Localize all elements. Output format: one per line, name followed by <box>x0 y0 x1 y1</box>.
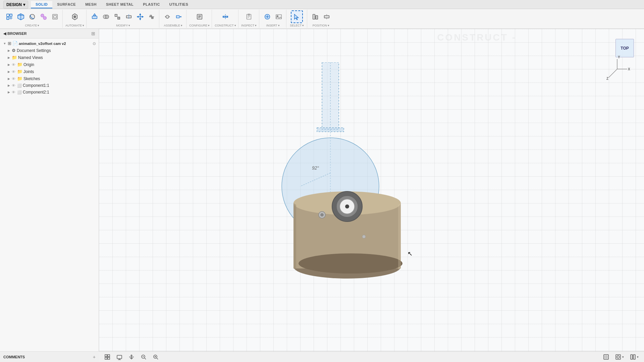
grid-snap-button[interactable] <box>102 353 112 361</box>
tree-item-document-settings[interactable]: ▶ ⚙ Document Settings <box>0 47 99 54</box>
svg-rect-12 <box>54 15 56 18</box>
move-button[interactable] <box>135 10 146 23</box>
top-toolbar: DESIGN ▾ SOLID SURFACE MESH SHEET METAL … <box>0 0 644 29</box>
view-cube[interactable]: TOP <box>615 39 634 57</box>
origin-label: Origin <box>23 62 96 67</box>
joint-button[interactable] <box>162 10 173 23</box>
origin-eye-icon[interactable]: 👁 <box>12 63 15 67</box>
svg-rect-0 <box>7 14 9 16</box>
component2-label: Component2:1 <box>23 90 96 95</box>
component2-eye-icon[interactable]: 👁 <box>12 90 15 94</box>
tab-solid[interactable]: SOLID <box>31 1 52 8</box>
create-label[interactable]: CREATE ▾ <box>25 24 40 27</box>
insert-button[interactable] <box>262 10 273 23</box>
component2-chevron: ▶ <box>7 90 11 94</box>
shell-button[interactable] <box>50 10 60 23</box>
root-chevron: ▼ <box>3 42 7 45</box>
select-label[interactable]: SELECT ▾ <box>290 24 304 27</box>
move-component-button[interactable] <box>173 10 184 23</box>
construct-icons <box>220 10 231 23</box>
pan-button[interactable] <box>126 353 137 361</box>
tree-item-component2[interactable]: ▶ 👁 ⬜ Component2:1 <box>0 89 99 96</box>
svg-marker-15 <box>94 14 96 16</box>
position-label[interactable]: POSITION ▾ <box>313 24 329 27</box>
tab-sheet-metal[interactable]: SHEET METAL <box>101 1 138 8</box>
svg-point-78 <box>362 235 366 238</box>
construct-button[interactable] <box>220 10 231 23</box>
new-component-button[interactable] <box>4 10 15 23</box>
svg-marker-24 <box>140 19 141 20</box>
select-button[interactable] <box>291 10 303 23</box>
insert-label[interactable]: INSERT ▾ <box>266 24 280 27</box>
fillet-button[interactable] <box>27 10 38 23</box>
doc-settings-label: Document Settings <box>17 48 96 53</box>
design-button[interactable]: DESIGN ▾ <box>3 1 28 9</box>
origin-chevron: ▶ <box>7 63 11 66</box>
display-mode-button[interactable]: ▾ <box>613 353 626 361</box>
tab-surface[interactable]: SURFACE <box>52 1 80 8</box>
svg-marker-26 <box>142 16 144 17</box>
component2-box-icon: ⬜ <box>17 90 22 95</box>
inspect-label[interactable]: INSPECT ▾ <box>241 24 257 27</box>
viewport[interactable]: CONSTRUCT - TOP Y X Z <box>99 29 644 362</box>
tree-item-joints[interactable]: ▶ 👁 📁 Joints <box>0 68 99 75</box>
pattern-button[interactable] <box>38 10 49 23</box>
svg-point-77 <box>320 213 324 217</box>
joints-folder-icon: 📁 <box>17 69 22 74</box>
position-icons <box>310 10 332 23</box>
insert-image-button[interactable] <box>273 10 284 23</box>
svg-rect-81 <box>105 357 107 359</box>
split-button[interactable] <box>123 10 134 23</box>
svg-point-75 <box>345 204 349 208</box>
root-settings-icon[interactable]: ⊙ <box>93 41 96 46</box>
named-views-icon: 📁 <box>12 55 17 60</box>
combine-button[interactable] <box>101 10 111 23</box>
tree-item-sketches[interactable]: ▶ 👁 📁 Sketches <box>0 75 99 82</box>
modify-label[interactable]: MODIFY ▾ <box>116 24 130 27</box>
root-file-icon: 📄 <box>12 41 18 46</box>
automate-button[interactable] <box>69 10 80 23</box>
sidebar-pin-button[interactable]: ⊞ <box>91 31 95 36</box>
svg-rect-96 <box>631 355 633 359</box>
tab-plastic[interactable]: PLASTIC <box>138 1 165 8</box>
view-style-button[interactable] <box>601 353 611 361</box>
collapse-icon[interactable]: ◀ <box>3 32 6 36</box>
sketches-eye-icon[interactable]: 👁 <box>12 77 15 81</box>
sketches-folder-icon: 📁 <box>17 76 22 81</box>
tree-item-named-views[interactable]: ▶ 📁 Named Views <box>0 54 99 61</box>
joints-eye-icon[interactable]: 👁 <box>12 70 15 74</box>
comments-expand-icon[interactable]: + <box>93 354 96 360</box>
construct-label[interactable]: CONSTRUCT ▾ <box>215 24 236 27</box>
tree-item-origin[interactable]: ▶ 👁 📁 Origin <box>0 61 99 68</box>
sidebar-tree: ▼ ⊞ 📄 animation_v2offset cam v2 ⊙ ▶ ⚙ Do… <box>0 39 99 362</box>
tab-utilities[interactable]: UTILITIES <box>165 1 193 8</box>
press-pull-button[interactable] <box>89 10 100 23</box>
tree-root-item[interactable]: ▼ ⊞ 📄 animation_v2offset cam v2 ⊙ <box>0 40 99 47</box>
box-button[interactable] <box>15 10 26 23</box>
display-settings-button[interactable] <box>114 353 124 361</box>
comments-label: COMMENTS <box>3 355 25 359</box>
component1-eye-icon[interactable]: 👁 <box>12 83 15 87</box>
zoom-in-button[interactable] <box>151 353 161 361</box>
main-area: ◀ BROWSER ⊞ ▼ ⊞ 📄 animation_v2offset cam… <box>0 29 644 362</box>
position2-button[interactable] <box>321 10 332 23</box>
position-button[interactable] <box>310 10 321 23</box>
align-button[interactable] <box>146 10 157 23</box>
tab-mesh[interactable]: MESH <box>80 1 101 8</box>
zoom-out-button[interactable] <box>139 353 149 361</box>
configure-label[interactable]: CONFIGURE ▾ <box>189 24 210 27</box>
assemble-label[interactable]: ASSEMBLE ▾ <box>164 24 182 27</box>
svg-rect-18 <box>115 14 117 16</box>
browser-title: ◀ BROWSER <box>3 32 26 36</box>
sidebar-header: ◀ BROWSER ⊞ <box>0 29 99 39</box>
svg-line-88 <box>145 358 146 359</box>
modify-icons <box>89 10 157 23</box>
inspect-button[interactable] <box>244 10 254 23</box>
svg-line-20 <box>117 16 118 17</box>
scale-button[interactable] <box>112 10 123 23</box>
tree-item-component1[interactable]: ▶ 👁 ⬜ Component1:1 <box>0 82 99 89</box>
more-options-button[interactable]: ▾ <box>628 353 641 361</box>
named-views-label: Named Views <box>18 55 96 60</box>
automate-label[interactable]: AUTOMATE ▾ <box>65 24 84 27</box>
configure-button[interactable] <box>194 10 205 23</box>
